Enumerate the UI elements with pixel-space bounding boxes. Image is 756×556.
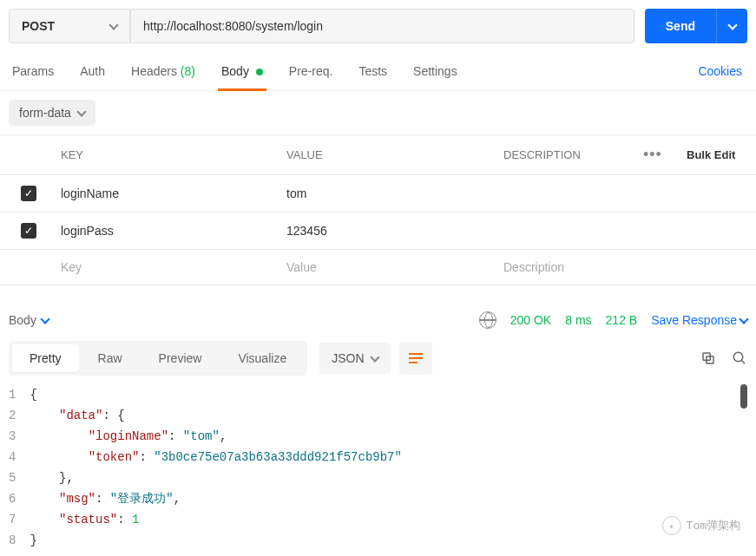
tab-headers[interactable]: Headers (8) [128, 64, 199, 90]
row-checkbox[interactable]: ✓ [21, 186, 36, 201]
row-checkbox[interactable]: ✓ [21, 223, 36, 239]
http-method-label: POST [22, 19, 55, 33]
line-numbers: 12345678 [9, 384, 30, 551]
key-placeholder[interactable]: Key [52, 250, 278, 285]
response-format-select[interactable]: JSON [319, 343, 390, 374]
wechat-icon: ✦ [662, 516, 681, 535]
response-format-label: JSON [332, 351, 364, 365]
chevron-down-icon [40, 314, 49, 324]
table-row[interactable]: ✓ loginName tom [0, 175, 756, 213]
param-key[interactable]: loginPass [52, 213, 278, 250]
tab-tests[interactable]: Tests [355, 64, 391, 90]
chevron-down-icon [739, 314, 748, 324]
json-content[interactable]: { "data": { "loginName": "tom", "token":… [30, 384, 747, 551]
modified-dot-icon [256, 69, 263, 75]
param-key[interactable]: loginName [52, 175, 278, 213]
param-value[interactable]: 123456 [278, 213, 495, 250]
tab-params[interactable]: Params [9, 64, 57, 90]
column-value: VALUE [278, 135, 495, 175]
tab-headers-label: Headers [131, 64, 177, 78]
value-placeholder[interactable]: Value [278, 250, 495, 285]
send-dropdown-button[interactable] [716, 9, 747, 43]
chevron-down-icon [108, 20, 118, 29]
response-tab-visualize[interactable]: Visualize [220, 344, 304, 372]
response-tab-pretty[interactable]: Pretty [12, 344, 79, 372]
cookies-link[interactable]: Cookies [698, 64, 747, 90]
column-key: KEY [52, 135, 278, 175]
save-response-button[interactable]: Save Response [651, 313, 747, 327]
description-placeholder[interactable]: Description [495, 250, 634, 285]
tab-settings[interactable]: Settings [410, 64, 461, 90]
request-url-input[interactable] [130, 9, 634, 43]
response-body-label: Body [9, 313, 36, 327]
watermark: ✦ Tom弹架构 [662, 516, 740, 535]
copy-icon[interactable] [700, 350, 716, 366]
response-status: 200 OK [510, 313, 551, 327]
response-tab-preview[interactable]: Preview [141, 344, 220, 372]
headers-count: (8) [181, 64, 195, 78]
tab-prereq[interactable]: Pre-req. [286, 64, 337, 90]
table-row[interactable]: ✓ loginPass 123456 [0, 213, 756, 250]
chevron-down-icon [370, 352, 379, 362]
response-json-viewer[interactable]: 12345678 { "data": { "loginName": "tom",… [0, 384, 756, 556]
dots-icon: ••• [643, 146, 662, 163]
column-description: DESCRIPTION [495, 135, 634, 175]
http-method-select[interactable]: POST [9, 9, 130, 43]
param-value[interactable]: tom [278, 175, 495, 213]
chevron-down-icon [76, 107, 86, 116]
search-icon[interactable] [732, 350, 747, 366]
bulk-edit-button[interactable]: Bulk Edit [678, 135, 756, 175]
more-options-button[interactable]: ••• [634, 135, 678, 175]
wrap-icon [409, 353, 423, 363]
body-type-label: form-data [19, 106, 71, 120]
svg-line-3 [741, 360, 745, 363]
globe-icon[interactable] [479, 311, 496, 329]
save-response-label: Save Response [651, 313, 737, 327]
send-button[interactable]: Send [645, 9, 716, 43]
chevron-down-icon [727, 20, 737, 29]
scrollbar-thumb[interactable] [740, 384, 747, 409]
form-data-table: KEY VALUE DESCRIPTION ••• Bulk Edit ✓ lo… [0, 134, 756, 285]
body-type-select[interactable]: form-data [9, 100, 95, 126]
svg-point-2 [733, 352, 743, 362]
table-row-add[interactable]: Key Value Description [0, 250, 756, 285]
wrap-lines-button[interactable] [399, 342, 432, 375]
tab-body[interactable]: Body [218, 64, 266, 90]
tab-body-label: Body [221, 64, 249, 78]
response-size: 212 B [606, 313, 638, 327]
response-body-dropdown[interactable]: Body [9, 313, 49, 327]
tab-auth[interactable]: Auth [76, 64, 108, 90]
response-tab-raw[interactable]: Raw [81, 344, 140, 372]
response-time: 8 ms [565, 313, 591, 327]
